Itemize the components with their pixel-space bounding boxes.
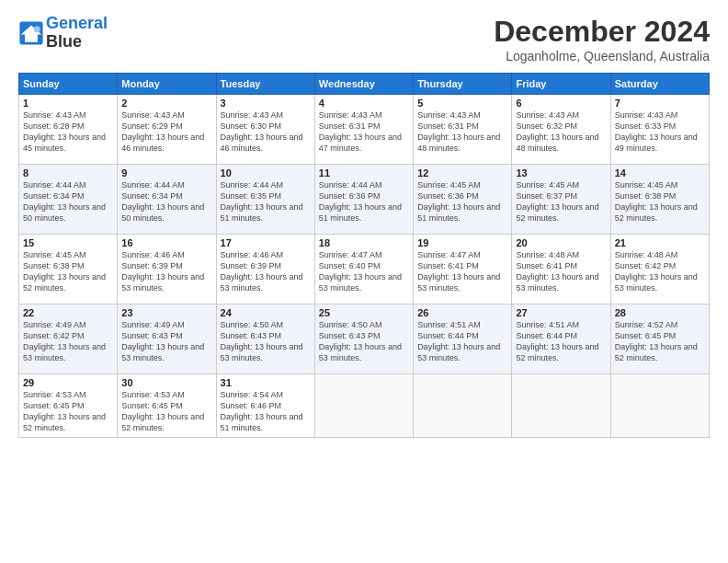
day-info: Sunrise: 4:45 AM Sunset: 6:37 PM Dayligh…	[516, 179, 606, 224]
day-number: 22	[23, 307, 113, 318]
table-row: 21 Sunrise: 4:48 AM Sunset: 6:42 PM Dayl…	[610, 235, 709, 304]
day-info: Sunrise: 4:45 AM Sunset: 6:38 PM Dayligh…	[615, 179, 705, 224]
month-title: December 2024	[494, 15, 710, 49]
day-info: Sunrise: 4:44 AM Sunset: 6:36 PM Dayligh…	[319, 179, 409, 224]
table-row: 5 Sunrise: 4:43 AM Sunset: 6:31 PM Dayli…	[414, 95, 512, 165]
table-row: 2 Sunrise: 4:43 AM Sunset: 6:29 PM Dayli…	[118, 95, 216, 165]
table-row: 29 Sunrise: 4:53 AM Sunset: 6:45 PM Dayl…	[19, 374, 118, 438]
day-number: 17	[221, 237, 311, 248]
day-info: Sunrise: 4:48 AM Sunset: 6:41 PM Dayligh…	[516, 249, 606, 294]
day-info: Sunrise: 4:50 AM Sunset: 6:43 PM Dayligh…	[221, 319, 311, 364]
table-row: 17 Sunrise: 4:46 AM Sunset: 6:39 PM Dayl…	[216, 235, 314, 304]
day-number: 26	[417, 307, 507, 318]
day-number: 2	[121, 98, 211, 109]
day-number: 1	[23, 98, 113, 109]
day-info: Sunrise: 4:54 AM Sunset: 6:46 PM Dayligh…	[221, 389, 311, 434]
day-number: 18	[319, 237, 409, 248]
table-row: 8 Sunrise: 4:44 AM Sunset: 6:34 PM Dayli…	[19, 165, 118, 235]
day-number: 23	[121, 307, 211, 318]
day-number: 28	[615, 307, 705, 318]
logo: General Blue	[18, 15, 108, 52]
day-number: 16	[121, 237, 211, 248]
table-row	[512, 374, 610, 438]
table-row: 1 Sunrise: 4:43 AM Sunset: 6:28 PM Dayli…	[19, 95, 118, 165]
day-info: Sunrise: 4:44 AM Sunset: 6:34 PM Dayligh…	[23, 179, 113, 224]
day-info: Sunrise: 4:45 AM Sunset: 6:36 PM Dayligh…	[417, 179, 507, 224]
day-number: 27	[516, 307, 606, 318]
header-thursday: Thursday	[414, 74, 512, 95]
table-row: 24 Sunrise: 4:50 AM Sunset: 6:43 PM Dayl…	[216, 304, 314, 374]
day-number: 4	[319, 98, 409, 109]
day-info: Sunrise: 4:43 AM Sunset: 6:28 PM Dayligh…	[23, 109, 113, 155]
logo-general: General	[46, 14, 108, 32]
day-info: Sunrise: 4:44 AM Sunset: 6:35 PM Dayligh…	[221, 179, 311, 224]
day-info: Sunrise: 4:53 AM Sunset: 6:45 PM Dayligh…	[121, 389, 211, 434]
day-number: 20	[516, 237, 606, 248]
day-number: 8	[23, 167, 113, 178]
day-number: 15	[23, 237, 113, 248]
header-monday: Monday	[118, 74, 216, 95]
day-info: Sunrise: 4:47 AM Sunset: 6:40 PM Dayligh…	[319, 249, 409, 294]
table-row	[414, 374, 512, 438]
header-wednesday: Wednesday	[314, 74, 413, 95]
table-row: 25 Sunrise: 4:50 AM Sunset: 6:43 PM Dayl…	[314, 304, 413, 374]
day-number: 7	[615, 98, 705, 109]
day-info: Sunrise: 4:43 AM Sunset: 6:33 PM Dayligh…	[615, 109, 705, 155]
day-number: 24	[221, 307, 311, 318]
table-row: 9 Sunrise: 4:44 AM Sunset: 6:34 PM Dayli…	[118, 165, 216, 235]
svg-point-2	[34, 26, 40, 32]
table-row: 20 Sunrise: 4:48 AM Sunset: 6:41 PM Dayl…	[512, 235, 610, 304]
day-info: Sunrise: 4:50 AM Sunset: 6:43 PM Dayligh…	[319, 319, 409, 364]
day-info: Sunrise: 4:51 AM Sunset: 6:44 PM Dayligh…	[417, 319, 507, 364]
day-info: Sunrise: 4:43 AM Sunset: 6:31 PM Dayligh…	[319, 109, 409, 155]
logo-blue: Blue	[46, 32, 82, 51]
table-row: 19 Sunrise: 4:47 AM Sunset: 6:41 PM Dayl…	[414, 235, 512, 304]
day-info: Sunrise: 4:48 AM Sunset: 6:42 PM Dayligh…	[615, 249, 705, 294]
table-row: 30 Sunrise: 4:53 AM Sunset: 6:45 PM Dayl…	[118, 374, 216, 438]
page: General Blue December 2024 Loganholme, Q…	[0, 0, 728, 563]
day-info: Sunrise: 4:51 AM Sunset: 6:44 PM Dayligh…	[516, 319, 606, 364]
day-number: 30	[121, 377, 211, 388]
header-sunday: Sunday	[19, 74, 118, 95]
logo-icon	[18, 20, 44, 46]
day-number: 29	[23, 377, 113, 388]
day-number: 14	[615, 167, 705, 178]
table-row: 10 Sunrise: 4:44 AM Sunset: 6:35 PM Dayl…	[216, 165, 314, 235]
calendar-table: Sunday Monday Tuesday Wednesday Thursday…	[18, 73, 710, 438]
day-number: 10	[221, 167, 311, 178]
header: General Blue December 2024 Loganholme, Q…	[18, 15, 710, 63]
day-number: 6	[516, 98, 606, 109]
table-row: 3 Sunrise: 4:43 AM Sunset: 6:30 PM Dayli…	[216, 95, 314, 165]
day-info: Sunrise: 4:47 AM Sunset: 6:41 PM Dayligh…	[417, 249, 507, 294]
table-row: 7 Sunrise: 4:43 AM Sunset: 6:33 PM Dayli…	[610, 95, 709, 165]
table-row	[610, 374, 709, 438]
table-row: 15 Sunrise: 4:45 AM Sunset: 6:38 PM Dayl…	[19, 235, 118, 304]
table-row: 13 Sunrise: 4:45 AM Sunset: 6:37 PM Dayl…	[512, 165, 610, 235]
table-row: 18 Sunrise: 4:47 AM Sunset: 6:40 PM Dayl…	[314, 235, 413, 304]
day-number: 25	[319, 307, 409, 318]
table-row	[314, 374, 413, 438]
location-title: Loganholme, Queensland, Australia	[494, 49, 710, 63]
weekday-header-row: Sunday Monday Tuesday Wednesday Thursday…	[19, 74, 710, 95]
table-row: 6 Sunrise: 4:43 AM Sunset: 6:32 PM Dayli…	[512, 95, 610, 165]
day-info: Sunrise: 4:53 AM Sunset: 6:45 PM Dayligh…	[23, 389, 113, 434]
day-info: Sunrise: 4:43 AM Sunset: 6:31 PM Dayligh…	[417, 109, 507, 155]
header-friday: Friday	[512, 74, 610, 95]
table-row: 11 Sunrise: 4:44 AM Sunset: 6:36 PM Dayl…	[314, 165, 413, 235]
day-info: Sunrise: 4:52 AM Sunset: 6:45 PM Dayligh…	[615, 319, 705, 364]
table-row: 22 Sunrise: 4:49 AM Sunset: 6:42 PM Dayl…	[19, 304, 118, 374]
day-info: Sunrise: 4:43 AM Sunset: 6:32 PM Dayligh…	[516, 109, 606, 155]
day-info: Sunrise: 4:46 AM Sunset: 6:39 PM Dayligh…	[221, 249, 311, 294]
header-saturday: Saturday	[610, 74, 709, 95]
table-row: 31 Sunrise: 4:54 AM Sunset: 6:46 PM Dayl…	[216, 374, 314, 438]
table-row: 14 Sunrise: 4:45 AM Sunset: 6:38 PM Dayl…	[610, 165, 709, 235]
table-row: 28 Sunrise: 4:52 AM Sunset: 6:45 PM Dayl…	[610, 304, 709, 374]
day-number: 3	[221, 98, 311, 109]
table-row: 23 Sunrise: 4:49 AM Sunset: 6:43 PM Dayl…	[118, 304, 216, 374]
table-row: 16 Sunrise: 4:46 AM Sunset: 6:39 PM Dayl…	[118, 235, 216, 304]
day-info: Sunrise: 4:49 AM Sunset: 6:42 PM Dayligh…	[23, 319, 113, 364]
day-info: Sunrise: 4:43 AM Sunset: 6:30 PM Dayligh…	[221, 109, 311, 155]
day-info: Sunrise: 4:43 AM Sunset: 6:29 PM Dayligh…	[121, 109, 211, 155]
day-number: 9	[121, 167, 211, 178]
day-number: 12	[417, 167, 507, 178]
